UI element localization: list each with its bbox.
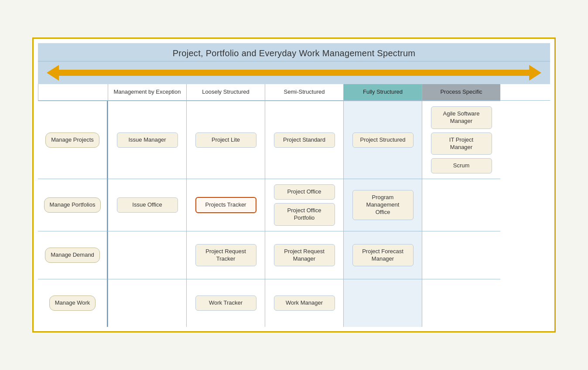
- cell-projects-mgmt-exception: Issue Manager: [108, 101, 186, 179]
- item-program-management-office[interactable]: Program Management Office: [352, 190, 414, 220]
- cell-portfolios-loosely: Projects Tracker: [186, 179, 265, 231]
- cell-portfolios-mgmt-exception: Issue Office: [108, 179, 186, 231]
- item-project-request-tracker[interactable]: Project Request Tracker: [195, 244, 256, 267]
- row-label-box-manage-portfolios: Manage Portfolios: [44, 197, 101, 213]
- cell-demand-process: [422, 231, 500, 279]
- item-project-lite[interactable]: Project Lite: [195, 132, 256, 148]
- cell-demand-loosely: Project Request Tracker: [186, 231, 265, 279]
- cell-demand-fully: Project Forecast Manager: [343, 231, 422, 279]
- cell-portfolios-process: [422, 179, 500, 231]
- row-label-manage-portfolios: Manage Portfolios: [38, 179, 108, 231]
- grid-body: Manage Projects Issue Manager Project Li…: [38, 101, 550, 327]
- item-issue-office[interactable]: Issue Office: [117, 197, 178, 213]
- cell-work-process: [422, 279, 500, 327]
- cell-work-fully: [343, 279, 422, 327]
- item-work-tracker[interactable]: Work Tracker: [195, 295, 256, 311]
- row-label-manage-work: Manage Work: [38, 279, 108, 327]
- row-label-box-manage-work: Manage Work: [49, 295, 96, 311]
- row-label-manage-projects: Manage Projects: [38, 101, 108, 179]
- item-agile-software-manager[interactable]: Agile Software Manager: [431, 106, 492, 129]
- cell-work-mgmt-exception: [108, 279, 186, 327]
- cell-portfolios-fully: Program Management Office: [343, 179, 422, 231]
- col-header-loosely: Loosely Structured: [186, 84, 265, 100]
- cell-demand-semi: Project Request Manager: [265, 231, 343, 279]
- arrow-line: [58, 70, 530, 76]
- col-header-fully: Fully Structured: [343, 84, 422, 100]
- cell-projects-process: Agile Software Manager IT Project Manage…: [422, 101, 500, 179]
- arrow-left-icon: [47, 65, 59, 81]
- row-label-box-manage-demand: Manage Demand: [45, 248, 100, 263]
- item-scrum[interactable]: Scrum: [431, 158, 492, 173]
- col-header-empty: [38, 84, 108, 100]
- item-project-office[interactable]: Project Office: [274, 184, 335, 200]
- cell-portfolios-semi: Project Office Project Office Portfolio: [265, 179, 343, 231]
- item-issue-manager[interactable]: Issue Manager: [117, 132, 178, 148]
- cell-work-semi: Work Manager: [265, 279, 343, 327]
- cell-demand-mgmt-exception: [108, 231, 186, 279]
- arrow-row: [38, 61, 550, 84]
- cell-projects-loosely: Project Lite: [186, 101, 265, 179]
- item-work-manager[interactable]: Work Manager: [274, 295, 335, 311]
- cell-projects-fully: Project Structured: [343, 101, 422, 179]
- item-project-forecast-manager[interactable]: Project Forecast Manager: [352, 244, 414, 267]
- arrow-right-icon: [529, 65, 541, 81]
- item-project-request-manager[interactable]: Project Request Manager: [274, 244, 335, 267]
- item-project-office-portfolio[interactable]: Project Office Portfolio: [274, 203, 335, 226]
- diagram-container: Project, Portfolio and Everyday Work Man…: [38, 43, 550, 327]
- item-it-project-manager[interactable]: IT Project Manager: [431, 132, 492, 155]
- item-project-structured[interactable]: Project Structured: [352, 132, 414, 148]
- header-section: Project, Portfolio and Everyday Work Man…: [38, 43, 550, 61]
- col-header-semi: Semi-Structured: [265, 84, 343, 100]
- cell-projects-semi: Project Standard: [265, 101, 343, 179]
- item-projects-tracker[interactable]: Projects Tracker: [195, 197, 256, 213]
- col-header-process: Process Specific: [422, 84, 500, 100]
- col-header-mgmt-exception: Management by Exception: [108, 84, 186, 100]
- main-title: Project, Portfolio and Everyday Work Man…: [42, 48, 546, 58]
- row-label-manage-demand: Manage Demand: [38, 231, 108, 279]
- cell-work-loosely: Work Tracker: [186, 279, 265, 327]
- diagram-outer-border: Project, Portfolio and Everyday Work Man…: [32, 37, 556, 333]
- row-label-box-manage-projects: Manage Projects: [45, 132, 99, 148]
- column-headers-row: Management by Exception Loosely Structur…: [38, 84, 550, 101]
- item-project-standard[interactable]: Project Standard: [274, 132, 335, 148]
